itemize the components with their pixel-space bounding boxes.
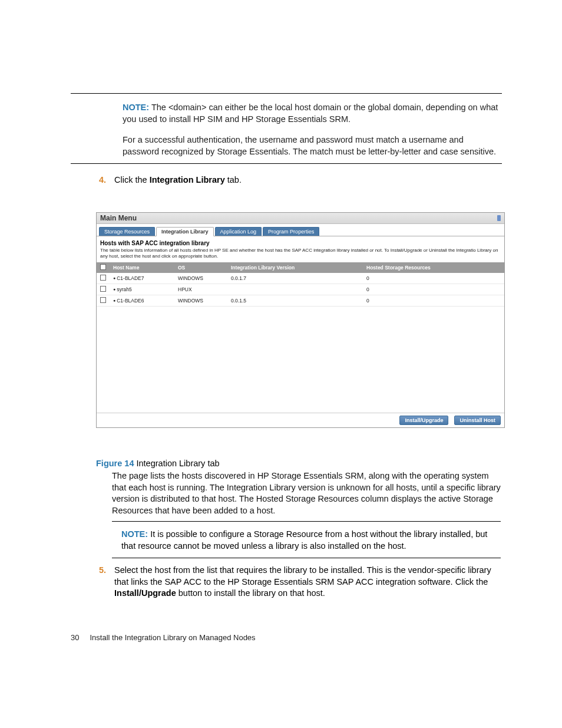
tab-application-log[interactable]: Application Log <box>215 227 262 236</box>
step-number: 5. <box>99 565 114 599</box>
cell-host: C1-BLADE7 <box>110 273 174 284</box>
cell-version: 0.0.1.5 <box>227 295 363 307</box>
step-5-pre: Select the host from the list that requi… <box>114 565 491 587</box>
step-4-post: tab. <box>225 175 242 185</box>
row-checkbox[interactable] <box>100 297 106 303</box>
figure-caption: Figure 14 Integration Library tab <box>96 459 220 468</box>
row-checkbox[interactable] <box>100 286 106 292</box>
cell-version <box>227 284 363 295</box>
table-row[interactable]: C1-BLADE6 WINDOWS 0.0.1.5 0 <box>97 295 504 307</box>
cell-resources: 0 <box>363 284 504 295</box>
hosts-table: Host Name OS Integration Library Version… <box>97 262 504 307</box>
cell-os: WINDOWS <box>174 295 227 307</box>
col-hosted-resources: Hosted Storage Resources <box>363 262 504 273</box>
note-block-2: NOTE: It is possible to configure a Stor… <box>112 521 501 558</box>
install-upgrade-button[interactable]: Install/Upgrade <box>399 416 448 425</box>
step-5-bold: Install/Upgrade <box>114 588 176 598</box>
note-label: NOTE: <box>121 529 148 539</box>
tab-program-properties[interactable]: Program Properties <box>263 227 319 236</box>
tab-bar: Storage Resources Integration Library Ap… <box>97 224 504 236</box>
figure-label: Figure 14 <box>96 459 134 468</box>
select-all-checkbox[interactable] <box>100 264 106 270</box>
col-host-name: Host Name <box>110 262 174 273</box>
cell-os: HPUX <box>174 284 227 295</box>
panel-description: The table below lists information of all… <box>97 248 504 262</box>
cell-host: C1-BLADE6 <box>110 295 174 307</box>
table-header-row: Host Name OS Integration Library Version… <box>97 262 504 273</box>
page-footer: 30 Install the Integration Library on Ma… <box>71 633 256 642</box>
tab-integration-library[interactable]: Integration Library <box>156 227 214 236</box>
note-1-para-1: NOTE: The <domain> can either be the loc… <box>123 102 502 125</box>
tab-storage-resources[interactable]: Storage Resources <box>99 227 155 236</box>
cell-os: WINDOWS <box>174 273 227 284</box>
page-number: 30 <box>71 633 79 642</box>
note-2-text: It is possible to configure a Storage Re… <box>121 529 487 551</box>
step-5: 5. Select the host from the list that re… <box>99 565 500 599</box>
step-5-post: button to install the library on that ho… <box>176 588 325 598</box>
note-label: NOTE: <box>123 103 149 112</box>
step-4-text: Click the Integration Library tab. <box>114 174 502 186</box>
row-checkbox[interactable] <box>100 275 106 281</box>
step-5-text: Select the host from the list that requi… <box>114 565 500 599</box>
embedded-screenshot: Main Menu Storage Resources Integration … <box>96 212 505 428</box>
body-paragraph: The page lists the hosts discovered in H… <box>112 470 501 516</box>
uninstall-host-button[interactable]: Uninstall Host <box>454 416 501 425</box>
window-title-bar: Main Menu <box>97 213 504 224</box>
cell-resources: 0 <box>363 273 504 284</box>
figure-caption-text: Integration Library tab <box>134 459 219 468</box>
cell-resources: 0 <box>363 295 504 307</box>
cell-version: 0.0.1.7 <box>227 273 363 284</box>
col-checkbox <box>97 262 110 273</box>
footer-text: Install the Integration Library on Manag… <box>90 633 255 642</box>
col-os: OS <box>174 262 227 273</box>
window-title: Main Menu <box>100 214 137 222</box>
scroll-indicator-icon <box>497 215 501 221</box>
step-4-bold: Integration Library <box>150 175 225 185</box>
cell-host: syrah5 <box>110 284 174 295</box>
col-lib-version: Integration Library Version <box>227 262 363 273</box>
table-row[interactable]: C1-BLADE7 WINDOWS 0.0.1.7 0 <box>97 273 504 284</box>
step-number: 4. <box>99 174 114 186</box>
table-empty-space <box>97 307 504 413</box>
step-4-pre: Click the <box>114 175 150 185</box>
note-block-1: NOTE: The <domain> can either be the loc… <box>71 93 502 164</box>
button-bar: Install/Upgrade Uninstall Host <box>97 413 504 427</box>
note-1-para-2: For a successful authentication, the use… <box>123 134 502 157</box>
step-4: 4. Click the Integration Library tab. <box>99 174 502 186</box>
panel-subtitle: Hosts with SAP ACC integration library <box>97 236 504 248</box>
note-1-text-1: The <domain> can either be the local hos… <box>123 103 498 124</box>
content-area: NOTE: The <domain> can either be the loc… <box>71 93 502 193</box>
table-row[interactable]: syrah5 HPUX 0 <box>97 284 504 295</box>
